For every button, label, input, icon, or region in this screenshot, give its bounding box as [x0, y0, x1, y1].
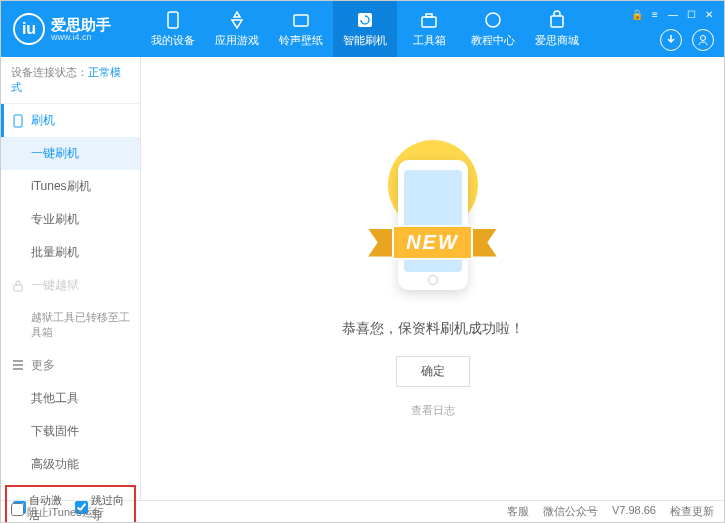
svg-rect-0 — [168, 12, 178, 28]
footer-update[interactable]: 检查更新 — [670, 504, 714, 519]
window-controls: 🔒 ≡ — ☐ ✕ — [630, 7, 716, 21]
phone-icon — [11, 114, 25, 128]
logo-area: iu 爱思助手 www.i4.cn — [1, 13, 141, 45]
sidebar-section-jailbreak[interactable]: 一键越狱 — [1, 269, 140, 302]
success-illustration: NEW — [333, 140, 533, 300]
success-message: 恭喜您，保资料刷机成功啦！ — [342, 320, 524, 338]
new-ribbon: NEW — [392, 225, 473, 260]
lock-icon[interactable]: 🔒 — [630, 7, 644, 21]
sidebar-item-download[interactable]: 下载固件 — [1, 415, 140, 448]
main-content: NEW 恭喜您，保资料刷机成功啦！ 确定 查看日志 — [141, 57, 724, 500]
lock-icon — [11, 279, 25, 293]
footer-version: V7.98.66 — [612, 504, 656, 519]
sidebar-section-flash[interactable]: 刷机 — [1, 104, 140, 137]
settings-icon[interactable]: ≡ — [648, 7, 662, 21]
maximize-button[interactable]: ☐ — [684, 7, 698, 21]
folder-icon — [291, 10, 311, 30]
menu-icon — [11, 358, 25, 372]
sidebar-item-itunes[interactable]: iTunes刷机 — [1, 170, 140, 203]
phone-icon — [163, 10, 183, 30]
app-url: www.i4.cn — [51, 32, 111, 42]
svg-rect-6 — [551, 16, 563, 27]
svg-rect-8 — [14, 115, 22, 127]
book-icon — [483, 10, 503, 30]
refresh-icon — [355, 10, 375, 30]
svg-rect-4 — [426, 14, 432, 17]
tab-ringtones[interactable]: 铃声壁纸 — [269, 1, 333, 57]
jailbreak-note: 越狱工具已转移至工具箱 — [1, 302, 140, 349]
logo-icon: iu — [13, 13, 45, 45]
app-name: 爱思助手 — [51, 17, 111, 32]
tab-my-device[interactable]: 我的设备 — [141, 1, 205, 57]
tab-tutorials[interactable]: 教程中心 — [461, 1, 525, 57]
download-icon — [665, 34, 677, 46]
connection-status: 设备连接状态：正常模式 — [1, 57, 140, 104]
svg-rect-9 — [14, 285, 22, 291]
close-button[interactable]: ✕ — [702, 7, 716, 21]
view-log-link[interactable]: 查看日志 — [411, 403, 455, 418]
svg-rect-3 — [422, 17, 436, 27]
footer-wechat[interactable]: 微信公众号 — [543, 504, 598, 519]
svg-point-5 — [486, 13, 500, 27]
minimize-button[interactable]: — — [666, 7, 680, 21]
store-icon — [547, 10, 567, 30]
sidebar-section-more[interactable]: 更多 — [1, 349, 140, 382]
checkbox-block-itunes[interactable]: 阻止iTunes运行 — [11, 503, 104, 520]
download-button[interactable] — [660, 29, 682, 51]
sidebar-item-other[interactable]: 其他工具 — [1, 382, 140, 415]
user-button[interactable] — [692, 29, 714, 51]
nav-tabs: 我的设备 应用游戏 铃声壁纸 智能刷机 工具箱 教程中心 爱思商城 — [141, 1, 589, 57]
tab-toolbox[interactable]: 工具箱 — [397, 1, 461, 57]
svg-rect-1 — [294, 15, 308, 26]
svg-rect-2 — [358, 13, 372, 27]
sidebar: 设备连接状态：正常模式 刷机 一键刷机 iTunes刷机 专业刷机 批量刷机 一… — [1, 57, 141, 500]
footer-service[interactable]: 客服 — [507, 504, 529, 519]
tab-flash[interactable]: 智能刷机 — [333, 1, 397, 57]
header-action-icons — [660, 29, 714, 51]
sidebar-item-advanced[interactable]: 高级功能 — [1, 448, 140, 481]
tab-apps[interactable]: 应用游戏 — [205, 1, 269, 57]
toolbox-icon — [419, 10, 439, 30]
sidebar-item-oneclick[interactable]: 一键刷机 — [1, 137, 140, 170]
ok-button[interactable]: 确定 — [396, 356, 470, 387]
app-header: iu 爱思助手 www.i4.cn 我的设备 应用游戏 铃声壁纸 智能刷机 工具… — [1, 1, 724, 57]
apps-icon — [227, 10, 247, 30]
user-icon — [697, 34, 709, 46]
tab-store[interactable]: 爱思商城 — [525, 1, 589, 57]
sidebar-item-batch[interactable]: 批量刷机 — [1, 236, 140, 269]
svg-point-7 — [701, 36, 706, 41]
sidebar-item-pro[interactable]: 专业刷机 — [1, 203, 140, 236]
